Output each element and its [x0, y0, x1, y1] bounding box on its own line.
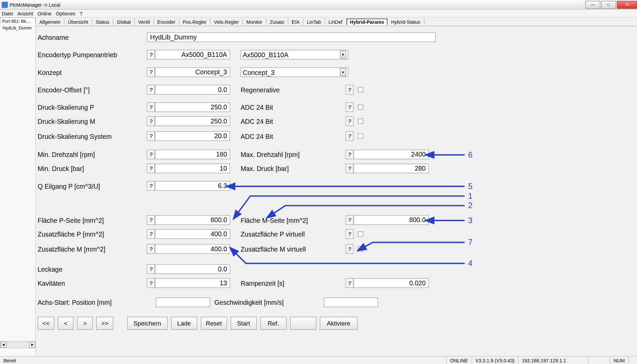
scroll-left-icon[interactable]: ◄ — [0, 342, 6, 348]
input-min-drehzahl[interactable]: 180 — [155, 150, 230, 159]
input-zusatz-m[interactable]: 400.0 — [155, 244, 230, 254]
help-min-druck[interactable]: ? — [147, 164, 155, 173]
tab-uebersicht[interactable]: Übersicht — [65, 18, 92, 25]
input-flaeche-p[interactable]: 800.0 — [155, 215, 230, 225]
help-encoder-offset[interactable]: ? — [147, 85, 155, 95]
input-max-druck[interactable]: 280 — [354, 164, 429, 173]
label-zusatz-m-virtuell: Zusatzfläche M virtuell — [241, 245, 346, 253]
input-druck-system[interactable]: 20.0 — [155, 131, 230, 141]
help-konzept[interactable]: ? — [147, 67, 155, 77]
help-min-drehzahl[interactable]: ? — [147, 150, 155, 159]
menu-datei[interactable]: Datei — [2, 11, 13, 16]
help-flaeche-m[interactable]: ? — [346, 215, 354, 225]
tab-encoder[interactable]: Encoder — [154, 18, 179, 25]
help-max-druck[interactable]: ? — [346, 164, 354, 173]
help-rampenzeit[interactable]: ? — [346, 278, 354, 288]
scroll-right-icon[interactable]: ► — [29, 342, 35, 348]
aktiviere-button[interactable]: Aktiviere — [320, 317, 357, 330]
checkbox-zusatz-p-virtuell[interactable] — [358, 232, 363, 237]
input-rampenzeit[interactable]: 0.020 — [354, 278, 429, 288]
reset-button[interactable]: Reset — [201, 317, 227, 330]
blank-button[interactable] — [290, 317, 316, 330]
prev-button[interactable]: < — [58, 317, 74, 330]
titlebar: PlcMcManager -> Local — □ ✕ — [0, 0, 637, 10]
help-zusatz-p-virtuell[interactable]: ? — [346, 229, 354, 239]
close-button[interactable]: ✕ — [617, 1, 637, 9]
label-adc-2: ADC 24 Bit — [241, 117, 346, 125]
input-q-eilgang[interactable]: 6.3 — [155, 181, 230, 191]
tab-hybrid-status[interactable]: Hybrid-Status — [387, 18, 424, 25]
help-druck-system[interactable]: ? — [147, 131, 155, 141]
tab-zusatz[interactable]: Zusatz — [266, 18, 288, 25]
input-encoder-offset[interactable]: 0.0 — [155, 85, 230, 95]
tab-posregler[interactable]: Pos.Regler — [179, 18, 210, 25]
sidebar-scrollbar[interactable]: ◄ ► — [0, 341, 36, 348]
tab-status[interactable]: Status — [92, 18, 113, 25]
tab-allgemein[interactable]: Allgemein — [36, 18, 64, 25]
start-button[interactable]: Start — [231, 317, 257, 330]
label-konzept: Konzept — [37, 69, 147, 76]
input-geschwindigkeit[interactable] — [324, 297, 378, 307]
tab-veloregler[interactable]: Velo.Regler — [210, 18, 243, 25]
tab-hybrid-params[interactable]: Hybrid-Params — [346, 18, 387, 25]
input-konzept[interactable]: Concept_3 — [155, 67, 230, 77]
checkbox-adc-3[interactable] — [358, 133, 363, 139]
checkbox-adc-1[interactable] — [358, 105, 363, 110]
maximize-button[interactable]: □ — [601, 1, 616, 9]
tab-lindef[interactable]: LinDef — [325, 18, 346, 25]
tab-ventil[interactable]: Ventil — [134, 18, 154, 25]
help-max-drehzahl[interactable]: ? — [346, 150, 354, 159]
input-druck-p[interactable]: 250.0 — [155, 102, 230, 112]
help-kavitaeten[interactable]: ? — [147, 278, 155, 288]
help-zusatz-p[interactable]: ? — [147, 229, 155, 239]
help-leckage[interactable]: ? — [147, 264, 155, 274]
select-konzept[interactable]: Concept_3 ▾ — [241, 67, 348, 77]
input-min-druck[interactable]: 10 — [155, 164, 230, 173]
input-flaeche-m[interactable]: 800.0 — [354, 215, 429, 225]
label-zusatz-p-virtuell: Zusatzfläche P virtuell — [241, 231, 346, 238]
checkbox-adc-2[interactable] — [358, 118, 363, 124]
menu-help[interactable]: ? — [80, 11, 82, 16]
input-achsname[interactable]: HydLib_Dummy — [147, 32, 436, 42]
help-regenerative[interactable]: ? — [346, 85, 354, 95]
tab-lintab[interactable]: LinTab — [303, 18, 325, 25]
help-flaeche-p[interactable]: ? — [147, 215, 155, 225]
help-zusatz-m[interactable]: ? — [147, 244, 155, 254]
help-druck-p[interactable]: ? — [147, 102, 155, 112]
minimize-button[interactable]: — — [585, 1, 600, 9]
help-adc-1[interactable]: ? — [346, 102, 354, 112]
input-kavitaeten[interactable]: 13 — [155, 278, 230, 288]
menu-online[interactable]: Online — [37, 11, 52, 16]
help-adc-2[interactable]: ? — [346, 116, 354, 126]
tab-ea[interactable]: E/A — [288, 18, 303, 25]
label-flaeche-m: Fläche M-Seite [mm^2] — [241, 216, 346, 224]
checkbox-zusatz-m-virtuell[interactable]: ✓ — [358, 246, 363, 252]
window-title: PlcMcManager -> Local — [10, 2, 61, 7]
help-encodertyp[interactable]: ? — [147, 50, 155, 60]
input-leckage[interactable]: 0.0 — [155, 264, 230, 274]
input-encodertyp[interactable]: Ax5000_B110A — [155, 50, 230, 60]
input-max-drehzahl[interactable]: 2400 — [354, 150, 429, 159]
help-adc-3[interactable]: ? — [346, 131, 354, 141]
menu-ansicht[interactable]: Ansicht — [17, 11, 33, 16]
select-encodertyp[interactable]: Ax5000_B110A ▾ — [241, 50, 348, 60]
input-zusatz-p[interactable]: 400.0 — [155, 229, 230, 239]
lade-button[interactable]: Lade — [171, 317, 197, 330]
last-button[interactable]: >> — [96, 317, 113, 330]
first-button[interactable]: << — [37, 317, 54, 330]
help-druck-m[interactable]: ? — [147, 116, 155, 126]
ref-button[interactable]: Ref. — [260, 317, 286, 330]
next-button[interactable]: > — [77, 317, 93, 330]
help-zusatz-m-virtuell[interactable]: ? — [346, 244, 354, 254]
sidebar-axis-item[interactable]: HydLib_Dumm — [0, 24, 35, 31]
speichern-button[interactable]: Speichern — [127, 317, 167, 330]
input-achs-start-position[interactable] — [156, 297, 210, 307]
menu-optionen[interactable]: Optionen — [56, 11, 75, 16]
input-druck-m[interactable]: 250.0 — [155, 116, 230, 126]
statusbar: Bereit ONLINE V3.3.1.9 (V3.0.43) 192.168… — [0, 356, 637, 364]
help-q-eilgang[interactable]: ? — [147, 181, 155, 191]
tab-monitor[interactable]: Monitor — [243, 18, 266, 25]
tab-global[interactable]: Global — [113, 18, 135, 25]
checkbox-regenerative[interactable] — [358, 87, 363, 92]
sidebar-port-tab[interactable]: Port 851: BkPlcMc — [0, 17, 35, 24]
